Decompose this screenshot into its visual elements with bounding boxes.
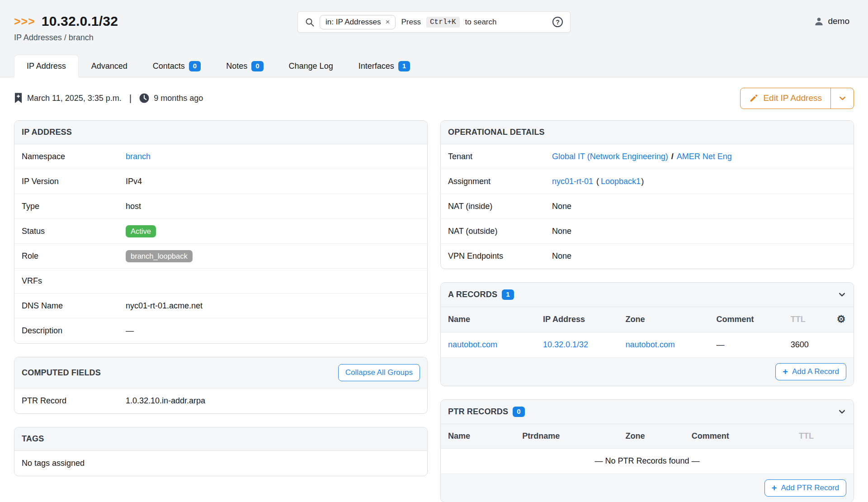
a-records-panel: A RECORDS 1 Name IP Address Zone Comment: [440, 282, 854, 386]
tenant-link[interactable]: AMER Net Eng: [677, 152, 732, 161]
field-label: NAT (outside): [448, 227, 552, 236]
a-record-name-link[interactable]: nautobot.com: [448, 340, 497, 349]
column-header-comment: Comment: [684, 424, 792, 449]
column-header-ip-address: IP Address: [536, 307, 618, 332]
edit-ip-address-button[interactable]: Edit IP Address: [741, 88, 830, 109]
row-nat-inside: NAT (inside) None: [441, 194, 854, 219]
pencil-icon: [749, 94, 758, 103]
tab-change-log[interactable]: Change Log: [276, 55, 346, 77]
tab-advanced[interactable]: Advanced: [79, 55, 140, 77]
chevron-down-icon: [838, 290, 846, 299]
field-label: IP Version: [22, 177, 126, 186]
main-content: March 11, 2025, 3:35 p.m. | 9 months ago…: [0, 87, 868, 502]
search-hint-suffix: to search: [465, 18, 497, 27]
ptr-records-count-badge: 0: [513, 407, 525, 417]
tab-label: Notes: [226, 62, 247, 71]
field-label: VRFs: [22, 276, 126, 286]
chevron-down-icon: [838, 94, 847, 103]
tab-interfaces[interactable]: Interfaces 1: [346, 55, 423, 77]
column-header-name: Name: [441, 307, 536, 332]
clock-icon: [139, 93, 149, 103]
collapse-panel-toggle[interactable]: [838, 407, 846, 416]
field-label: Type: [22, 202, 126, 211]
row-vpn-endpoints: VPN Endpoints None: [441, 244, 854, 269]
add-a-record-label: Add A Record: [792, 367, 839, 376]
global-search-input[interactable]: in: IP Addresses × Press Ctrl+K to searc…: [297, 11, 571, 33]
tab-notes-badge: 0: [251, 61, 263, 71]
help-icon[interactable]: ?: [552, 17, 563, 27]
add-a-record-button[interactable]: + Add A Record: [775, 363, 846, 380]
panel-title: PTR RECORDS: [448, 407, 508, 417]
collapse-panel-toggle[interactable]: [838, 290, 846, 299]
tab-contacts-badge: 0: [189, 61, 201, 71]
remove-filter-icon[interactable]: ×: [386, 18, 390, 26]
person-icon: [814, 17, 824, 26]
row-ip-version: IP Version IPv4: [14, 169, 427, 194]
namespace-link[interactable]: branch: [126, 152, 151, 161]
row-role: Role branch_loopback: [14, 244, 427, 269]
status-badge[interactable]: Active: [126, 225, 156, 237]
add-ptr-record-button[interactable]: + Add PTR Record: [764, 479, 846, 497]
search-icon: [305, 18, 314, 27]
row-vrfs: VRFs: [14, 269, 427, 294]
paren-close: ): [641, 177, 644, 186]
column-header-name: Name: [441, 424, 515, 449]
tenant-group-link[interactable]: Global IT (Network Engineering): [552, 152, 668, 161]
field-label: Namespace: [22, 152, 126, 161]
field-value: nyc01-rt-01.acme.net: [126, 301, 203, 311]
device-link[interactable]: nyc01-rt-01: [552, 177, 593, 186]
no-ptr-records-message: — No PTR Records found —: [441, 448, 854, 474]
tab-ip-address[interactable]: IP Address: [14, 55, 79, 77]
edit-split-button: Edit IP Address: [740, 88, 854, 109]
panel-title: A RECORDS: [448, 290, 497, 299]
field-label: Description: [22, 326, 126, 336]
tenant-separator: /: [671, 152, 674, 161]
field-value: None: [552, 251, 571, 261]
a-records-count-badge: 1: [502, 289, 514, 300]
a-record-comment: —: [709, 332, 783, 357]
search-filter-pill[interactable]: in: IP Addresses ×: [320, 15, 396, 29]
tab-notes[interactable]: Notes 0: [213, 55, 276, 77]
gear-icon[interactable]: ⚙: [837, 313, 846, 325]
row-assignment: Assignment nyc01-rt-01 ( Loopback1 ): [441, 169, 854, 194]
field-label: DNS Name: [22, 301, 126, 311]
a-records-table: Name IP Address Zone Comment TTL ⚙ nauto…: [441, 307, 854, 358]
field-label: NAT (inside): [448, 202, 552, 211]
tags-panel: TAGS No tags assigned: [14, 427, 428, 476]
column-header-ptrdname: Ptrdname: [515, 424, 618, 449]
ptr-records-panel: PTR RECORDS 0 Name Ptrdname Zone Comment: [440, 399, 854, 502]
row-nat-outside: NAT (outside) None: [441, 219, 854, 244]
paren-open: (: [596, 177, 599, 186]
row-ptr-record: PTR Record 1.0.32.10.in-addr.arpa: [14, 388, 427, 413]
role-badge[interactable]: branch_loopback: [126, 250, 193, 262]
column-header-comment: Comment: [709, 307, 783, 332]
last-updated: 9 months ago: [154, 94, 203, 103]
a-record-ip-link[interactable]: 10.32.0.1/32: [543, 340, 588, 349]
detail-tabs: IP Address Advanced Contacts 0 Notes 0 C…: [14, 55, 423, 77]
a-record-zone-link[interactable]: nautobot.com: [626, 340, 675, 349]
ptr-records-table: Name Ptrdname Zone Comment TTL — No PTR …: [441, 424, 854, 474]
tab-contacts[interactable]: Contacts 0: [140, 55, 213, 77]
panel-title: TAGS: [22, 434, 44, 444]
ctrl-k-kbd: Ctrl+K: [426, 17, 460, 28]
field-value: None: [552, 227, 571, 236]
row-tenant: Tenant Global IT (Network Engineering) /…: [441, 144, 854, 169]
interface-link[interactable]: Loopback1: [601, 177, 641, 186]
field-value: host: [126, 202, 141, 211]
search-hint-press: Press: [401, 18, 420, 27]
brand-chevrons-icon: >>>: [14, 16, 35, 27]
field-label: Status: [22, 227, 126, 236]
field-label: Assignment: [448, 177, 552, 186]
user-menu[interactable]: demo: [814, 16, 849, 26]
row-dns-name: DNS Name nyc01-rt-01.acme.net: [14, 294, 427, 318]
panel-title: IP ADDRESS: [22, 128, 72, 137]
table-row: nautobot.com 10.32.0.1/32 nautobot.com —…: [441, 332, 854, 357]
tab-label: Advanced: [91, 62, 127, 71]
edit-dropdown-toggle[interactable]: [830, 88, 854, 109]
tab-label: IP Address: [27, 62, 66, 71]
chevron-down-icon: [838, 407, 846, 416]
column-header-ttl: TTL: [792, 424, 854, 449]
column-header-zone: Zone: [618, 307, 709, 332]
collapse-all-groups-button[interactable]: Collapse All Groups: [338, 364, 420, 381]
operational-details-panel: OPERATIONAL DETAILS Tenant Global IT (Ne…: [440, 120, 854, 269]
